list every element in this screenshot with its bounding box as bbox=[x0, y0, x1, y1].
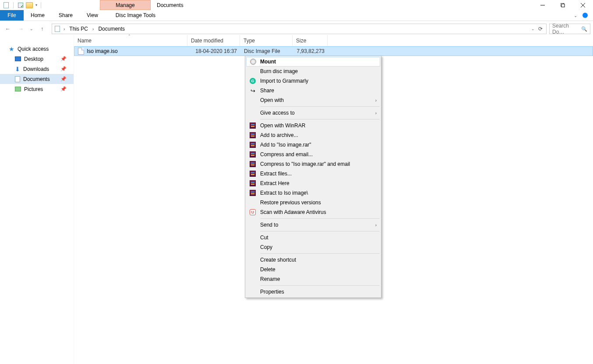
separator bbox=[260, 253, 380, 254]
download-icon: ⬇ bbox=[15, 66, 20, 73]
ctx-open-winrar[interactable]: Open with WinRAR bbox=[246, 121, 380, 130]
ctx-extract-to[interactable]: Extract to Iso image\ bbox=[246, 188, 380, 198]
ctx-cut[interactable]: Cut bbox=[246, 233, 380, 242]
ctx-compress-email[interactable]: Compress and email... bbox=[246, 150, 380, 159]
pin-icon: 📌 bbox=[60, 86, 67, 92]
column-headers: Name˄ Date modified Type Size bbox=[74, 35, 593, 46]
sidebar-item-pictures[interactable]: Pictures 📌 bbox=[0, 84, 74, 94]
address-dropdown-icon[interactable]: ⌄ bbox=[531, 27, 535, 31]
file-row[interactable]: Iso image.iso 18-04-2020 16:37 Disc Imag… bbox=[74, 46, 593, 56]
column-size[interactable]: Size bbox=[293, 35, 328, 46]
winrar-icon bbox=[249, 189, 256, 196]
ctx-send-to[interactable]: Send to› bbox=[246, 220, 380, 230]
ctx-properties[interactable]: Properties bbox=[246, 287, 380, 297]
share-tab[interactable]: Share bbox=[52, 10, 80, 21]
navigation-pane: ★ Quick access Desktop 📌 ⬇ Downloads 📌 D… bbox=[0, 35, 74, 364]
winrar-icon bbox=[249, 161, 256, 168]
star-icon: ★ bbox=[9, 46, 14, 52]
ctx-share[interactable]: ↪Share bbox=[246, 86, 380, 95]
breadcrumb-current[interactable]: Documents bbox=[96, 26, 127, 32]
maximize-button[interactable] bbox=[553, 0, 573, 10]
doc-icon[interactable] bbox=[3, 2, 10, 9]
home-tab[interactable]: Home bbox=[24, 10, 52, 21]
contextual-tab-group[interactable]: Manage bbox=[100, 0, 151, 10]
svg-rect-2 bbox=[561, 4, 565, 7]
address-bar[interactable]: › This PC › Documents ⌄ ⟳ bbox=[52, 24, 547, 34]
column-type[interactable]: Type bbox=[240, 35, 293, 46]
ctx-shortcut[interactable]: Create shortcut bbox=[246, 255, 380, 265]
forward-button[interactable]: → bbox=[16, 24, 26, 34]
desktop-icon bbox=[15, 56, 21, 61]
separator bbox=[13, 2, 14, 8]
adaware-icon: U bbox=[249, 209, 256, 216]
ctx-add-archive[interactable]: Add to archive... bbox=[246, 130, 380, 140]
pin-icon: 📌 bbox=[60, 66, 67, 72]
minimize-button[interactable] bbox=[533, 0, 553, 10]
file-icon bbox=[78, 48, 84, 55]
ctx-rename[interactable]: Rename bbox=[246, 274, 380, 284]
chevron-right-icon: › bbox=[375, 98, 377, 103]
ctx-open-with[interactable]: Open with› bbox=[246, 95, 380, 105]
view-tab[interactable]: View bbox=[80, 10, 105, 21]
ctx-restore[interactable]: Restore previous versions bbox=[246, 198, 380, 207]
refresh-button[interactable]: ⟳ bbox=[537, 26, 544, 32]
quick-access-toolbar: ✔ ▾ bbox=[0, 0, 43, 10]
file-type: Disc Image File bbox=[240, 48, 293, 54]
winrar-icon bbox=[249, 122, 256, 129]
ctx-compress-rar-email[interactable]: Compress to "Iso image.rar" and email bbox=[246, 159, 380, 169]
ctx-scan[interactable]: UScan with Adaware Antivirus bbox=[246, 207, 380, 217]
column-name[interactable]: Name˄ bbox=[74, 35, 187, 46]
location-icon bbox=[54, 25, 61, 32]
folder-icon[interactable] bbox=[26, 2, 33, 9]
sidebar-item-downloads[interactable]: ⬇ Downloads 📌 bbox=[0, 64, 74, 74]
separator bbox=[260, 218, 380, 219]
search-placeholder: Search Do… bbox=[552, 23, 581, 35]
pin-icon: 📌 bbox=[60, 76, 67, 82]
sidebar-item-documents[interactable]: Documents 📌 bbox=[0, 74, 74, 84]
navigation-bar: ← → ⌄ ↑ › This PC › Documents ⌄ ⟳ Search… bbox=[0, 23, 593, 35]
search-icon: 🔍 bbox=[581, 26, 587, 32]
chevron-right-icon[interactable]: › bbox=[92, 27, 95, 32]
sidebar-item-desktop[interactable]: Desktop 📌 bbox=[0, 54, 74, 64]
grammarly-icon: G bbox=[249, 77, 256, 84]
help-button[interactable] bbox=[581, 10, 589, 21]
pin-icon: 📌 bbox=[60, 56, 67, 62]
breadcrumb-root[interactable]: This PC bbox=[67, 26, 90, 32]
ctx-give-access[interactable]: Give access to› bbox=[246, 108, 380, 118]
close-button[interactable] bbox=[573, 0, 593, 10]
back-button[interactable]: ← bbox=[3, 24, 13, 34]
search-input[interactable]: Search Do… 🔍 bbox=[549, 24, 590, 34]
chevron-right-icon: › bbox=[375, 223, 377, 228]
winrar-icon bbox=[249, 132, 256, 139]
ctx-mount[interactable]: Mount bbox=[246, 57, 380, 66]
winrar-icon bbox=[249, 180, 256, 187]
file-tab[interactable]: File bbox=[0, 10, 24, 21]
quick-access-group[interactable]: ★ Quick access bbox=[0, 44, 74, 54]
chevron-right-icon[interactable]: › bbox=[63, 27, 66, 32]
ctx-extract-files[interactable]: Extract files... bbox=[246, 169, 380, 178]
properties-icon[interactable]: ✔ bbox=[17, 2, 24, 9]
disc-icon bbox=[250, 58, 257, 65]
window-title: Documents bbox=[157, 0, 184, 10]
qat-dropdown[interactable]: ▾ bbox=[35, 3, 37, 7]
ctx-grammarly[interactable]: GImport to Grammarly bbox=[246, 76, 380, 86]
ctx-delete[interactable]: Delete bbox=[246, 265, 380, 274]
recent-dropdown[interactable]: ⌄ bbox=[29, 24, 34, 34]
context-menu: Mount Burn disc image GImport to Grammar… bbox=[245, 56, 381, 298]
documents-icon bbox=[15, 76, 20, 82]
file-size: 7,93,82,273 bbox=[293, 48, 328, 54]
separator bbox=[260, 106, 380, 107]
up-button[interactable]: ↑ bbox=[37, 24, 47, 34]
winrar-icon bbox=[249, 151, 256, 158]
title-bar: ✔ ▾ Manage Documents bbox=[0, 0, 593, 10]
separator bbox=[260, 231, 380, 231]
ribbon-expand-icon[interactable]: ⌄ bbox=[574, 13, 577, 18]
ctx-copy[interactable]: Copy bbox=[246, 242, 380, 252]
ctx-add-rar[interactable]: Add to "Iso image.rar" bbox=[246, 140, 380, 150]
column-date[interactable]: Date modified bbox=[187, 35, 240, 46]
separator bbox=[260, 119, 380, 119]
ctx-extract-here[interactable]: Extract Here bbox=[246, 178, 380, 188]
ctx-burn[interactable]: Burn disc image bbox=[246, 66, 380, 76]
pictures-icon bbox=[15, 87, 21, 91]
disc-image-tools-tab[interactable]: Disc Image Tools bbox=[109, 10, 162, 21]
